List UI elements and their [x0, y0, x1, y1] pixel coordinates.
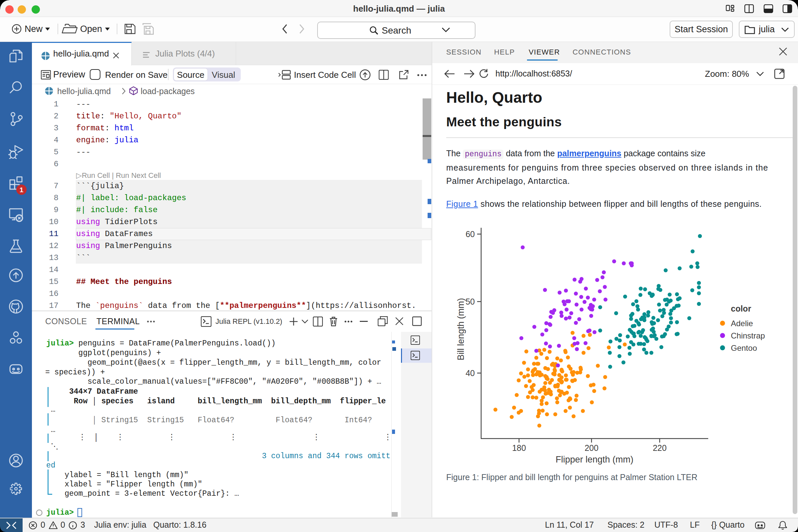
svg-text:Chinstrap: Chinstrap: [731, 331, 765, 340]
svg-text:180: 180: [512, 443, 526, 453]
svg-text:200: 200: [585, 443, 598, 453]
svg-text:Bill length (mm): Bill length (mm): [456, 298, 466, 360]
svg-text:Adelie: Adelie: [731, 319, 753, 328]
svg-text:Gentoo: Gentoo: [731, 343, 757, 353]
svg-text:color: color: [731, 304, 751, 313]
svg-text:60: 60: [466, 229, 475, 239]
svg-text:50: 50: [466, 297, 475, 306]
svg-text:40: 40: [466, 368, 475, 378]
svg-text:Open: Open: [80, 24, 102, 34]
svg-text:220: 220: [653, 443, 667, 453]
svg-text:New: New: [25, 24, 43, 34]
svg-text:Flipper length (mm): Flipper length (mm): [556, 455, 633, 464]
